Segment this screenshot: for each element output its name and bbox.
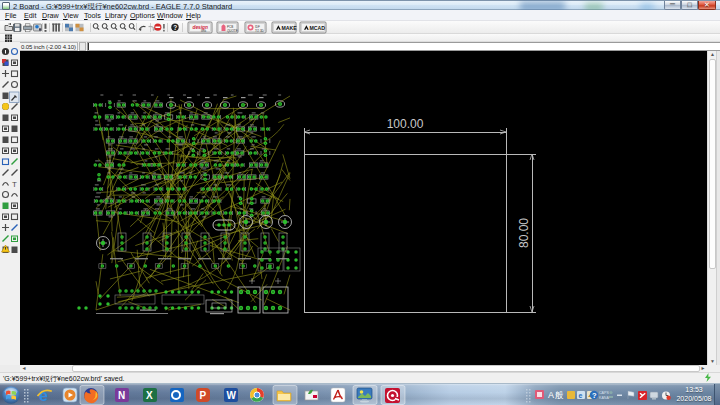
svg-text:e: e [579, 392, 583, 399]
svg-text:100.00: 100.00 [387, 117, 424, 131]
svg-text:般: 般 [555, 390, 564, 400]
svg-text:e: e [39, 387, 48, 404]
svg-text:TO 3D: TO 3D [255, 29, 265, 33]
svg-text:KANA: KANA [599, 396, 609, 400]
svg-text:P: P [200, 390, 207, 401]
svg-text:CAPS: CAPS [599, 391, 609, 395]
svg-text:W: W [227, 390, 237, 401]
svg-text:A: A [548, 390, 554, 400]
svg-text:QUOTE: QUOTE [227, 29, 238, 33]
svg-text:?: ? [592, 391, 597, 400]
svg-text:80.00: 80.00 [517, 218, 531, 248]
svg-text:link: link [201, 29, 206, 33]
svg-text:X: X [146, 390, 153, 401]
svg-text:MAKE: MAKE [282, 25, 298, 31]
svg-text:T: T [12, 180, 17, 189]
svg-text:?: ? [173, 24, 177, 31]
svg-text:N: N [118, 390, 125, 401]
svg-text:MCAD: MCAD [310, 25, 326, 31]
